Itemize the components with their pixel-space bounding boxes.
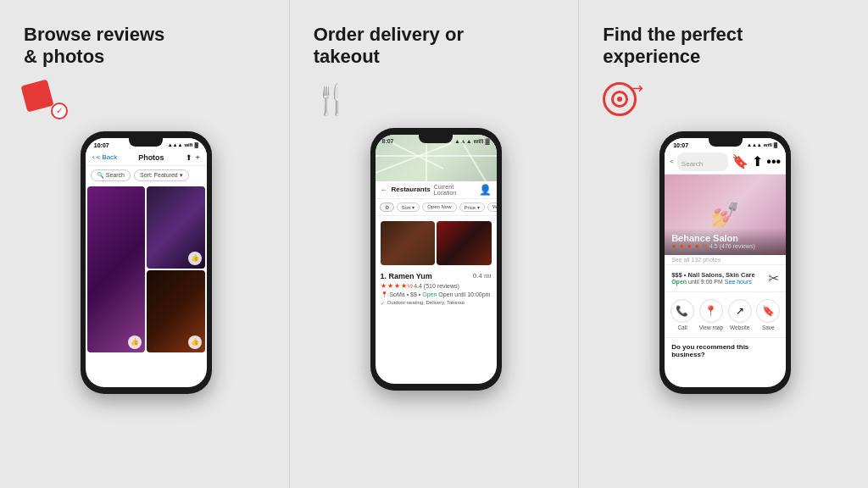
business-info-section: $$$ • Nail Salons, Skin Care Open until …: [665, 265, 786, 292]
map-icon: 📍: [699, 299, 723, 323]
phone-1-nav: ‹ < Back Photos ⬆ +: [86, 150, 207, 166]
p3-nav: < Search 🔖 ⬆ •••: [665, 150, 786, 175]
back-button[interactable]: ‹ < Back: [92, 153, 117, 161]
nav-action-icons: ⬆ +: [186, 153, 200, 162]
price-filter-btn[interactable]: Price ▾: [459, 202, 485, 212]
p3-back-icon[interactable]: <: [670, 158, 674, 165]
card-icon: [20, 79, 53, 112]
business-rating-row: ★ ★ ★ ★ ½ 4.5 (476 reviews): [671, 243, 779, 250]
check-icon: ✓: [381, 300, 385, 306]
biz-hours-info: Open until 9:00 PM See hours: [671, 279, 755, 285]
phone-2-container: 8:07 ▲▲▲ wifi ▓ ← Restaurants Current Lo…: [314, 128, 559, 471]
opennow-filter-btn[interactable]: Open Now: [422, 202, 456, 212]
waitlist-filter-btn[interactable]: Waitlist: [487, 202, 497, 212]
rating-text: 4.4 (510 reviews): [414, 283, 459, 289]
phone-1-container: 10:07 ▲▲▲ wifi ▓ ‹ < Back Photos ⬆: [24, 131, 269, 471]
scissors-icon: ✂: [768, 270, 779, 286]
restaurant-tags: ✓ Outdoor seating, Delivery, Takeout: [381, 300, 492, 306]
star-1: ★: [381, 282, 387, 290]
location-icon: 📍: [381, 291, 388, 297]
like-button-3[interactable]: 👍: [188, 336, 202, 349]
phone-1: 10:07 ▲▲▲ wifi ▓ ‹ < Back Photos ⬆: [81, 131, 212, 394]
action-buttons: 📞 Call 📍 View map ↗ Website 🔖 Save: [665, 292, 786, 338]
biz-rating-text: 4.5 (476 reviews): [709, 243, 755, 249]
photo-right-col: 👍 👍: [147, 186, 205, 352]
share-icon[interactable]: ⬆: [186, 153, 192, 162]
hero-overlay: Behance Salon ★ ★ ★ ★ ½ 4.5 (476 reviews…: [665, 228, 786, 255]
delivery-location: Current Location: [434, 184, 476, 196]
recommend-section: Do you recommend this business?: [665, 338, 786, 363]
photos-link[interactable]: See all 132 photos: [665, 255, 786, 265]
star-4: ★: [401, 282, 407, 290]
save-icon: 🔖: [756, 299, 780, 323]
restaurant-meta: 📍 SoMa • $$ • Open Open until 10:00pm: [381, 291, 492, 298]
sort-label: Sort: Featured ▾: [140, 172, 183, 179]
open-status: Open: [422, 291, 437, 297]
map-action[interactable]: 📍 View map: [699, 299, 723, 330]
food-restaurant-img: [437, 221, 492, 265]
target-inner-ring: [611, 91, 628, 108]
biz-star-4: ★: [694, 243, 699, 250]
panel-delivery: Order delivery or takeout 🍴 8:07: [289, 0, 579, 488]
call-label: Call: [677, 324, 687, 330]
like-button-1[interactable]: 👍: [128, 336, 142, 349]
p3-signal-icon: ▲▲▲: [747, 142, 762, 147]
target-icon: ↗: [603, 82, 640, 119]
browse-icon: ✓: [24, 82, 68, 119]
restaurant-info: 1. Ramen Yum 0.4 mi ★ ★ ★ ★ ½ 4.4 (510 r…: [381, 270, 492, 308]
filter-options-btn[interactable]: ⚙: [380, 202, 394, 212]
phone-3-screen: 10:07 ▲▲▲ wifi ▓ < Search 🔖 ⬆ •••: [665, 138, 786, 387]
map-label: View map: [699, 324, 723, 330]
biz-star-half: ½: [702, 243, 707, 249]
phone-1-notch: [129, 138, 163, 147]
food-images: [381, 221, 492, 265]
svg-line-4: [376, 143, 452, 173]
restaurant-name: 1. Ramen Yum: [381, 272, 432, 280]
save-action[interactable]: 🔖 Save: [756, 299, 780, 330]
like-button-2[interactable]: 👍: [188, 252, 202, 265]
website-action[interactable]: ↗ Website: [728, 299, 752, 330]
search-bar: 🔍 Search Sort: Featured ▾: [86, 166, 207, 185]
search-icon: 🔍: [97, 172, 104, 179]
call-action[interactable]: 📞 Call: [670, 299, 694, 330]
delivery-title: Restaurants: [392, 186, 431, 193]
phone-3: 10:07 ▲▲▲ wifi ▓ < Search 🔖 ⬆ •••: [659, 131, 791, 394]
call-icon: 📞: [670, 299, 694, 323]
p3-more-icon[interactable]: •••: [766, 154, 781, 169]
fork-icon: 🍴: [314, 82, 349, 116]
biz-star-3: ★: [687, 243, 692, 250]
user-icon[interactable]: 👤: [479, 184, 492, 196]
p3-search-text: Search: [682, 160, 703, 168]
panel-experience: Find the perfect experience ↗ 10:07 ▲▲▲ …: [578, 0, 868, 488]
biz-type: $$$ • Nail Salons, Skin Care: [671, 271, 755, 279]
add-icon[interactable]: +: [196, 153, 200, 162]
p3-share-icon[interactable]: ⬆: [752, 153, 763, 169]
phone-3-notch: [709, 138, 743, 147]
see-hours-link[interactable]: See hours: [725, 279, 752, 285]
sort-button[interactable]: Sort: Featured ▾: [134, 169, 189, 181]
svg-line-3: [460, 139, 486, 181]
phone-1-time: 10:07: [94, 142, 109, 148]
signal-icon: ▲▲▲: [168, 142, 183, 147]
sort-filter-btn[interactable]: Sort ▾: [397, 202, 420, 212]
hero-decoration: 💅: [710, 201, 740, 229]
back-label: < Back: [97, 153, 118, 161]
phone-1-screen: 10:07 ▲▲▲ wifi ▓ ‹ < Back Photos ⬆: [86, 138, 207, 387]
p3-search-box[interactable]: Search: [677, 152, 729, 171]
delivery-nav: ← Restaurants Current Location 👤: [376, 181, 497, 199]
panel-browse: Browse reviews & photos ✓ 10:07 ▲▲▲ wifi…: [0, 0, 289, 488]
salon-hero-image: 💅 Behance Salon ★ ★ ★ ★ ½ 4.5 (476 revie…: [665, 175, 786, 255]
search-button[interactable]: 🔍 Search: [91, 169, 131, 181]
wifi-icon: wifi: [184, 142, 192, 147]
delivery-back-icon[interactable]: ←: [381, 186, 388, 194]
star-2: ★: [387, 282, 393, 290]
p3-battery-icon: ▓: [774, 142, 777, 147]
phone-2-notch: [419, 135, 453, 143]
search-label: Search: [106, 172, 125, 178]
photo-cocktail: 👍: [147, 186, 205, 269]
filter-bar: ⚙ Sort ▾ Open Now Price ▾ Waitlist: [376, 199, 497, 216]
phone-3-container: 10:07 ▲▲▲ wifi ▓ < Search 🔖 ⬆ •••: [603, 131, 848, 471]
p3-bookmark-icon[interactable]: 🔖: [732, 153, 748, 169]
star-half: ½: [408, 282, 414, 290]
star-3: ★: [394, 282, 400, 290]
